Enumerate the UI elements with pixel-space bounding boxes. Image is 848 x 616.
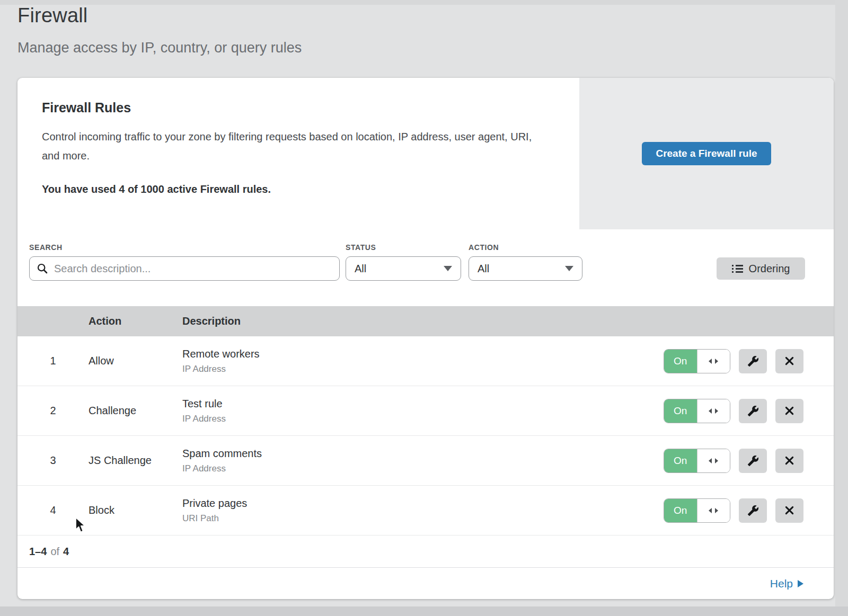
rule-action: Allow (89, 355, 182, 367)
toggle-handle[interactable] (697, 449, 730, 472)
action-select[interactable]: All (469, 256, 582, 281)
left-right-arrows-icon (708, 408, 719, 414)
close-icon (784, 505, 794, 515)
rule-enabled-toggle[interactable]: On (664, 349, 730, 373)
edit-rule-button[interactable] (739, 349, 767, 373)
window-bottom-edge (0, 606, 848, 616)
overview-action-panel: Create a Firewall rule (579, 78, 834, 229)
usage-note: You have used 4 of 1000 active Firewall … (42, 183, 558, 195)
chevron-down-icon (444, 266, 452, 271)
search-input[interactable] (53, 262, 332, 275)
rule-priority: 2 (17, 405, 89, 417)
pagination-range: 1–4 (29, 546, 47, 558)
status-select[interactable]: All (346, 256, 461, 281)
help-row: Help (17, 568, 834, 599)
table-row: 1 Allow Remote workers IP Address On (17, 336, 834, 386)
filter-bar: SEARCH STATUS All ACTION All Ordering (17, 229, 834, 306)
rule-enabled-toggle[interactable]: On (664, 399, 730, 423)
wrench-icon (747, 505, 759, 516)
close-icon (784, 406, 794, 416)
delete-rule-button[interactable] (775, 349, 803, 373)
wrench-icon (747, 455, 759, 467)
close-icon (784, 456, 794, 466)
help-link[interactable]: Help (770, 577, 803, 590)
page-subtitle: Manage access by IP, country, or query r… (17, 40, 302, 56)
action-column-header: Action (89, 315, 182, 327)
search-label: SEARCH (29, 243, 63, 252)
overview-text-panel: Firewall Rules Control incoming traffic … (17, 78, 579, 229)
left-right-arrows-icon (708, 358, 719, 364)
ordering-button[interactable]: Ordering (717, 257, 805, 280)
rule-controls: On (664, 449, 803, 473)
wrench-icon (747, 355, 759, 367)
action-label: ACTION (469, 243, 499, 252)
table-row: 2 Challenge Test rule IP Address On (17, 386, 834, 436)
page-title: Firewall (17, 4, 302, 27)
delete-rule-button[interactable] (775, 449, 803, 473)
window-right-edge (835, 0, 848, 616)
toggle-handle[interactable] (697, 499, 730, 522)
table-header: Action Description (17, 306, 834, 336)
ordered-list-icon (732, 264, 743, 273)
rule-action: JS Challenge (89, 454, 182, 467)
section-heading: Firewall Rules (42, 100, 558, 115)
rule-controls: On (664, 399, 803, 423)
chevron-down-icon (565, 266, 573, 271)
delete-rule-button[interactable] (775, 498, 803, 523)
page-header: Firewall Manage access by IP, country, o… (17, 4, 302, 56)
rule-priority: 1 (17, 355, 89, 367)
firewall-rules-card: Firewall Rules Control incoming traffic … (17, 78, 834, 599)
section-description: Control incoming traffic to your zone by… (42, 127, 545, 165)
status-select-value: All (355, 263, 366, 275)
pagination-total: 4 (63, 546, 69, 558)
toggle-on-label: On (664, 449, 697, 472)
left-right-arrows-icon (708, 507, 719, 514)
rule-controls: On (664, 349, 803, 373)
rule-enabled-toggle[interactable]: On (664, 449, 730, 473)
toggle-handle[interactable] (697, 350, 730, 373)
toggle-on-label: On (664, 499, 697, 522)
delete-rule-button[interactable] (775, 399, 803, 423)
rule-controls: On (664, 498, 803, 523)
left-right-arrows-icon (708, 458, 719, 464)
rule-priority: 4 (17, 504, 89, 516)
help-link-label: Help (770, 577, 793, 590)
wrench-icon (747, 405, 759, 417)
action-select-value: All (478, 263, 489, 275)
table-row: 4 Block Private pages URI Path On (17, 486, 834, 535)
overview-section: Firewall Rules Control incoming traffic … (17, 78, 834, 229)
rule-action: Block (89, 504, 182, 516)
description-column-header: Description (182, 315, 834, 327)
toggle-on-label: On (664, 399, 697, 423)
ordering-button-label: Ordering (749, 263, 790, 275)
toggle-handle[interactable] (697, 399, 730, 423)
table-row: 3 JS Challenge Spam comments IP Address … (17, 436, 834, 486)
close-icon (784, 356, 794, 366)
rule-enabled-toggle[interactable]: On (664, 498, 730, 523)
pagination-summary: 1–4 of 4 (17, 535, 834, 568)
search-icon (37, 263, 48, 274)
pagination-of-text: of (50, 546, 59, 558)
edit-rule-button[interactable] (739, 399, 767, 423)
rule-action: Challenge (89, 405, 182, 417)
edit-rule-button[interactable] (739, 449, 767, 473)
chevron-right-icon (798, 580, 803, 587)
status-label: STATUS (346, 243, 376, 252)
edit-rule-button[interactable] (739, 498, 767, 523)
search-field[interactable] (29, 256, 340, 281)
rule-priority: 3 (17, 454, 89, 467)
create-firewall-rule-button[interactable]: Create a Firewall rule (642, 142, 771, 165)
toggle-on-label: On (664, 350, 697, 373)
